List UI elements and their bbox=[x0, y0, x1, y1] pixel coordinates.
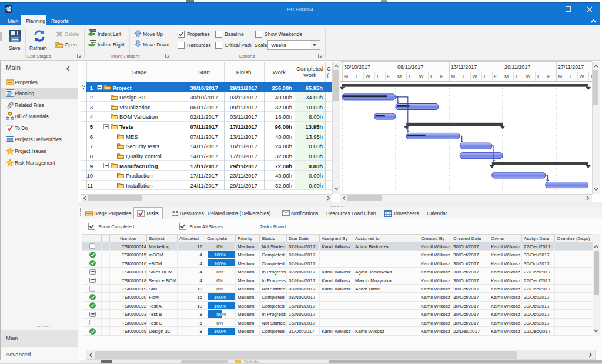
svg-text:DOC: DOC bbox=[8, 138, 13, 141]
